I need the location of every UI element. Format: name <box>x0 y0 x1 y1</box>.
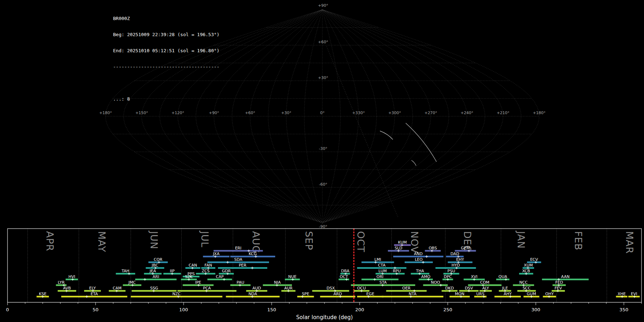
shower-code: AHY <box>504 292 512 296</box>
shower-code: LEO <box>415 257 423 262</box>
meteor-trail <box>411 160 416 166</box>
shower-code: JMC <box>128 280 136 285</box>
shower-DPC: DPC <box>443 274 453 281</box>
month-label: APR <box>44 231 55 252</box>
shower-code: GEM <box>461 246 470 250</box>
shower-SPE: SPE <box>297 292 314 298</box>
shower-SSG: SSG <box>132 286 177 292</box>
shower-code: AUD <box>252 286 261 291</box>
lat-label: +90° <box>318 3 328 8</box>
shower-TAH: TAH <box>116 269 135 275</box>
shower-code: NTA <box>409 292 416 296</box>
shower-code: AUR <box>284 286 293 291</box>
shower-code: ARI <box>152 274 159 279</box>
shower-code: PSU <box>448 269 455 273</box>
lon-label: +60° <box>245 111 255 115</box>
shower-code: SZC <box>185 274 193 279</box>
shower-code: JBC <box>151 263 158 268</box>
x-tick-label: 350 <box>619 307 628 312</box>
shower-code: ZCS <box>202 269 210 273</box>
lat-label: +60° <box>318 40 328 44</box>
shower-code: JLE <box>502 286 508 291</box>
shower-code: ALY <box>482 286 489 291</box>
shower-OCT: OCT <box>338 274 349 281</box>
lon-label: +180° <box>99 111 112 115</box>
shower-code: MON <box>455 292 464 296</box>
shower-code: IIP <box>170 269 175 273</box>
shower-CAP: CAP <box>208 274 232 281</box>
shower-MON: MON <box>449 292 470 298</box>
meridian-line <box>322 10 377 223</box>
month-label: SEP <box>303 231 314 250</box>
shower-code: COM <box>480 280 489 285</box>
shower-code: NUE <box>288 274 297 279</box>
shower-CAM: CAM <box>109 286 126 292</box>
shower-code: IPE <box>195 280 201 285</box>
shower-NTA: NTA <box>382 292 443 298</box>
shower-code: OBS <box>429 246 437 250</box>
shower-code: OCU <box>357 286 366 291</box>
shower-code: LMI <box>374 257 381 262</box>
shower-code: ERI <box>235 246 241 250</box>
shower-OHY: OHY <box>543 292 556 298</box>
shower-code: JXA <box>213 252 220 256</box>
shower-DSX: DSX <box>312 286 349 292</box>
shower-code: HYD <box>452 263 460 268</box>
shower-code: NCC <box>519 280 528 285</box>
shower-code: DSX <box>327 286 335 291</box>
shower-ETA: ETA <box>61 292 127 298</box>
shower-GUM: GUM <box>523 292 539 298</box>
shower-code: EVI <box>631 292 637 296</box>
meridian-line <box>322 10 449 223</box>
meridian-line <box>268 10 323 223</box>
shower-code: XHE <box>618 292 626 296</box>
shower-code: OCT <box>340 274 348 279</box>
month-label: MAY <box>96 231 107 252</box>
shower-code: AAN <box>561 274 570 279</box>
month-label: NOV <box>409 231 420 253</box>
shower-code: OHY <box>545 292 554 296</box>
shower-SDA: SDA <box>208 257 269 264</box>
shower-code: AVB <box>63 286 71 291</box>
shower-code: DKD <box>445 286 454 291</box>
x-tick-label: 150 <box>267 307 276 312</box>
x-tick-label: 0 <box>6 307 9 312</box>
shower-code: OER <box>402 286 411 291</box>
shower-code: NZC <box>172 292 181 296</box>
shower-code: KCG <box>249 252 257 256</box>
lon-label: +240° <box>460 111 473 115</box>
meridian-line <box>322 10 413 223</box>
lon-label: +90° <box>209 111 219 115</box>
shower-ZCS: ZCS <box>196 269 215 275</box>
shower-code: EGE <box>366 292 374 296</box>
shower-NUE: NUE <box>285 274 300 281</box>
lon-label: +150° <box>135 111 148 115</box>
x-tick-label: 300 <box>531 307 540 312</box>
lon-label: +30° <box>281 111 292 115</box>
shower-code: JEA <box>149 269 156 273</box>
shower-AVB: AVB <box>58 286 76 292</box>
shower-code: DSV <box>465 286 473 291</box>
meteor-trail <box>406 123 436 162</box>
shower-HVI: HVI <box>65 274 78 281</box>
shower-code: THA <box>416 269 424 273</box>
shower-code: LYR <box>58 280 65 285</box>
shower-code: GUM <box>527 292 536 296</box>
shower-code: AMO <box>421 274 430 279</box>
shower-code: QUA <box>498 274 507 279</box>
shower-code: TAH <box>121 269 130 273</box>
shower-code: ELY <box>89 286 96 291</box>
lon-label: +270° <box>424 111 437 115</box>
x-tick-label: 100 <box>179 307 188 312</box>
shower-code: LUM <box>379 269 387 273</box>
x-axis-title: Solar longitude (deg) <box>296 314 353 321</box>
shower-AAN: AAN <box>542 274 589 281</box>
shower-code: ARD <box>333 292 342 296</box>
shower-code: ORI <box>376 274 384 279</box>
ecliptic-line <box>327 47 398 217</box>
shower-code: HVI <box>68 274 75 279</box>
shower-code: NIA <box>274 280 281 285</box>
shower-PAU: PAU <box>230 280 251 287</box>
lat-label: +30° <box>318 75 328 80</box>
x-tick-label: 250 <box>443 307 452 312</box>
